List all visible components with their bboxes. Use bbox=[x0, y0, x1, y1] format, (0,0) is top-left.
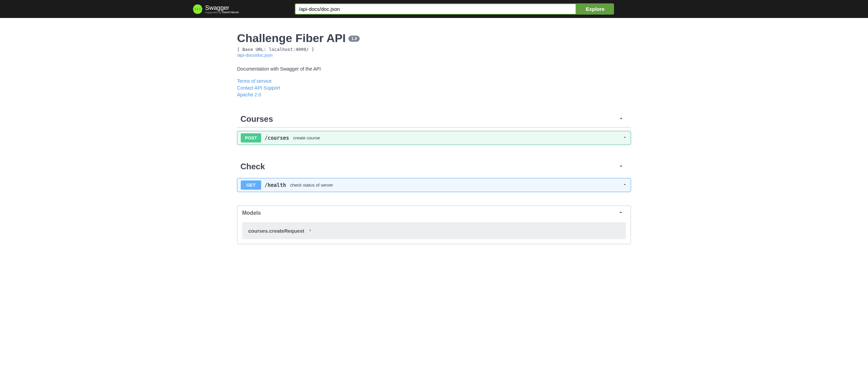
chevron-up-icon bbox=[618, 163, 624, 170]
swagger-logo[interactable]: {···} Swagger Supported by SMARTBEAR bbox=[193, 4, 239, 14]
topbar: {···} Swagger Supported by SMARTBEAR Exp… bbox=[0, 0, 868, 18]
tag-name: Check bbox=[240, 162, 265, 171]
api-description: Documentation with Swagger of the API bbox=[237, 66, 631, 72]
operation-get-health[interactable]: GET /health check status of server bbox=[237, 178, 631, 192]
api-info: Challenge Fiber API 1.0 [ Base URL: loca… bbox=[237, 32, 631, 97]
explore-button[interactable]: Explore bbox=[576, 3, 614, 15]
base-url: [ Base URL: localhost:4000/ ] bbox=[237, 47, 631, 52]
models-toggle[interactable]: Models bbox=[237, 206, 631, 220]
models-section: Models courses.createRequest bbox=[237, 206, 631, 244]
api-title: Challenge Fiber API bbox=[237, 32, 346, 44]
brand-name: Swagger bbox=[205, 4, 239, 12]
operation-summary: check status of server bbox=[290, 183, 622, 188]
models-title: Models bbox=[242, 210, 261, 216]
contact-link[interactable]: Contact API Support bbox=[237, 85, 631, 91]
chevron-down-icon bbox=[622, 182, 627, 188]
chevron-down-icon bbox=[622, 135, 627, 141]
terms-link[interactable]: Terms of service bbox=[237, 78, 631, 84]
tag-name: Courses bbox=[240, 114, 273, 124]
brand-subtitle: Supported by SMARTBEAR bbox=[205, 11, 239, 14]
tag-section-courses: Courses POST /courses create course bbox=[237, 111, 631, 145]
tag-toggle-courses[interactable]: Courses bbox=[237, 111, 631, 128]
chevron-up-icon bbox=[618, 209, 624, 217]
model-item[interactable]: courses.createRequest bbox=[242, 222, 626, 239]
method-badge: GET bbox=[241, 180, 261, 190]
spec-url-input[interactable] bbox=[295, 3, 576, 15]
operation-path: /health bbox=[265, 182, 286, 188]
api-version-badge: 1.0 bbox=[348, 36, 360, 42]
method-badge: POST bbox=[241, 133, 261, 142]
tag-toggle-check[interactable]: Check bbox=[237, 158, 631, 175]
tag-section-check: Check GET /health check status of server bbox=[237, 158, 631, 192]
operation-post-courses[interactable]: POST /courses create course bbox=[237, 131, 631, 145]
swagger-icon: {···} bbox=[193, 4, 202, 14]
chevron-up-icon bbox=[618, 115, 624, 123]
operation-path: /courses bbox=[265, 135, 289, 141]
spec-link[interactable]: /api-docs/doc.json bbox=[237, 53, 273, 58]
operation-summary: create course bbox=[293, 135, 622, 140]
model-name: courses.createRequest bbox=[248, 228, 304, 234]
chevron-right-icon bbox=[308, 228, 312, 234]
license-link[interactable]: Apache 2.0 bbox=[237, 92, 631, 97]
